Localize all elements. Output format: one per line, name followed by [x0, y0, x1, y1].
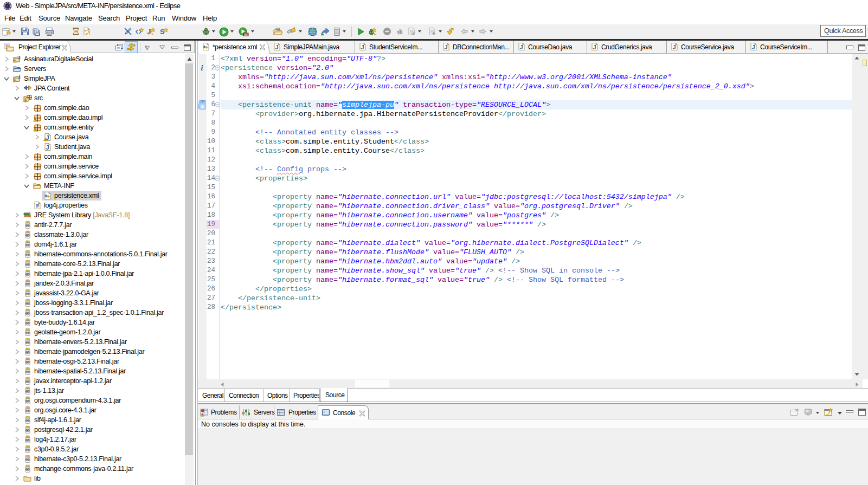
svg-text:S: S — [160, 28, 165, 36]
